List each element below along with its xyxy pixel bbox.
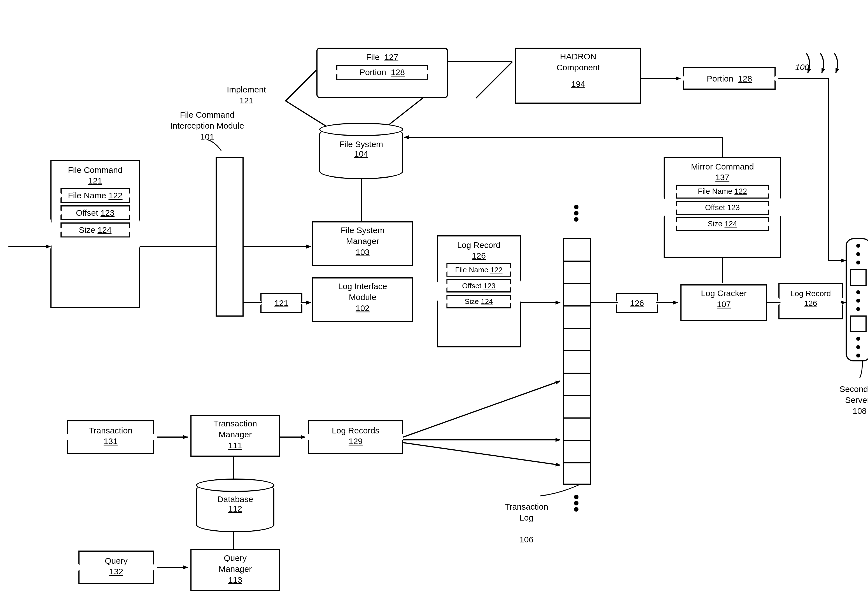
log-record-num: 126: [441, 250, 517, 261]
query-mgr-title: Query Manager: [195, 552, 276, 574]
mirror-command-title: Mirror Command: [668, 161, 777, 172]
database-num: 112: [197, 504, 273, 513]
small-log-record-banner: Log Record 126: [778, 283, 843, 319]
database-title: Database: [197, 495, 273, 504]
file-box: File 127 Portion 128: [316, 48, 448, 98]
hadron-num: 194: [520, 78, 637, 89]
log-interface-num: 102: [317, 303, 408, 313]
fs-manager-num: 103: [317, 247, 408, 257]
mirror-field-name: File Name 122: [676, 185, 769, 199]
svg-line-4: [285, 101, 330, 129]
log-records-banner: Log Records 129: [308, 420, 403, 454]
mirror-command-num: 137: [668, 172, 777, 183]
file-command-title: File Command: [54, 165, 136, 175]
file-command-banner: File Command 121 File Name 122 Offset 12…: [50, 160, 140, 308]
log-record-title: Log Record: [441, 240, 517, 250]
intercept-module-box: [216, 157, 243, 317]
file-system-cylinder: File System 104: [319, 126, 403, 179]
log-interface-title: Log Interface Module: [317, 281, 408, 303]
implement-label: Implement 121: [210, 84, 283, 106]
figure-number: 100: [795, 62, 809, 72]
mirror-field-size: Size 124: [676, 217, 769, 231]
file-portion-field: Portion 128: [336, 65, 428, 80]
transaction-log-column: [563, 238, 591, 485]
file-box-title: File 127: [321, 51, 443, 62]
file-system-num: 104: [320, 149, 402, 159]
file-system-title: File System: [320, 140, 402, 149]
log-record-banner: Log Record 126 File Name 122 Offset 123 …: [437, 235, 521, 348]
trans-mgr-num: 111: [195, 440, 276, 451]
log-record-field-name: File Name 122: [446, 263, 511, 277]
file-command-num: 121: [54, 175, 136, 186]
server-rack: [845, 238, 868, 361]
query-mgr-num: 113: [195, 574, 276, 585]
hadron-box: HADRON Component 194: [515, 48, 641, 104]
trans-mgr-title: Transaction Manager: [195, 418, 276, 440]
tlog-dots-top: [572, 203, 580, 223]
log-cracker-title: Log Cracker: [685, 288, 763, 299]
query-banner: Query 132: [78, 551, 154, 584]
transaction-log-label: Transaction Log 106: [493, 490, 560, 545]
log-record-field-size: Size 124: [446, 295, 511, 309]
portion-banner: Portion 128: [683, 67, 776, 90]
database-cylinder: Database 112: [196, 482, 275, 532]
file-command-field-name: File Name 122: [60, 188, 130, 203]
mirror-field-offset: Offset 123: [676, 201, 769, 215]
file-command-field-offset: Offset 123: [60, 205, 130, 220]
fs-manager-box: File System Manager 103: [312, 221, 413, 266]
svg-line-17: [403, 381, 560, 437]
file-command-field-size: Size 124: [60, 223, 130, 238]
arrow-126-banner: 126: [616, 293, 658, 313]
fs-manager-title: File System Manager: [317, 225, 408, 247]
query-manager-box: Query Manager 113: [191, 549, 280, 591]
servers-label: Secondary Servers108: [829, 373, 868, 416]
mirror-command-banner: Mirror Command 137 File Name 122 Offset …: [664, 157, 781, 258]
log-interface-box: Log Interface Module 102: [312, 277, 413, 322]
log-cracker-box: Log Cracker 107: [680, 284, 767, 321]
svg-line-8: [476, 62, 512, 98]
log-record-field-offset: Offset 123: [446, 279, 511, 293]
intercept-module-label: File Command Interception Module 101: [147, 109, 267, 142]
arrow-121-banner: 121: [260, 293, 302, 313]
svg-line-5: [285, 70, 316, 101]
svg-line-19: [403, 442, 560, 465]
log-cracker-num: 107: [685, 299, 763, 310]
tlog-dots-bottom: [572, 493, 580, 513]
hadron-title: HADRON Component: [520, 51, 637, 73]
transaction-banner: Transaction 131: [67, 420, 154, 454]
transaction-manager-box: Transaction Manager 111: [191, 415, 280, 457]
